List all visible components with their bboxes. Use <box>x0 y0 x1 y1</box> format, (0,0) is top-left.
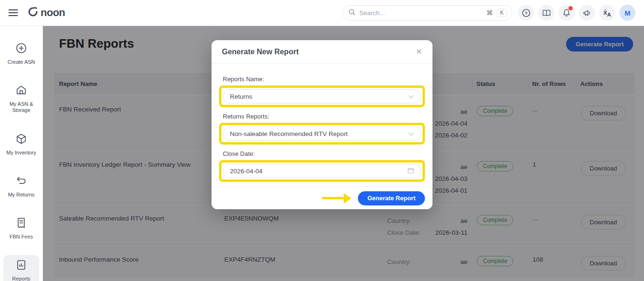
topbar: noon ⌘ K ? <box>0 0 644 26</box>
sidebar-item-my-returns[interactable]: My Returns <box>3 171 39 202</box>
announcements-button[interactable] <box>579 5 595 21</box>
chevron-down-icon <box>408 93 414 100</box>
sidebar: Create ASN My ASN & Storage My Inventory… <box>0 26 43 281</box>
close-icon[interactable]: ✕ <box>416 47 422 56</box>
returns-reports-select[interactable]: Non-saleable Recommended RTV Report <box>223 127 421 141</box>
field-close-date: Close Date: 2026-04-04 <box>223 150 421 182</box>
field-reports-name: Reports Name: Returns <box>223 76 421 107</box>
global-search[interactable]: ⌘ K <box>342 5 512 21</box>
annotation-highlight-box: 2026-04-04 <box>219 160 425 182</box>
noon-logo: noon <box>27 6 65 19</box>
annotation-arrow-icon <box>322 193 351 204</box>
sidebar-item-reports[interactable]: Reports <box>3 255 39 281</box>
noon-logo-icon <box>27 6 39 19</box>
k-key-badge: K <box>497 9 507 17</box>
field-label: Close Date: <box>223 150 421 157</box>
close-date-input[interactable]: 2026-04-04 <box>223 164 421 178</box>
cmd-key-icon: ⌘ <box>486 9 493 17</box>
notifications-button[interactable] <box>559 5 575 21</box>
selected-value: Non-saleable Recommended RTV Report <box>230 130 348 137</box>
date-value: 2026-04-04 <box>230 168 263 175</box>
sidebar-item-my-asn-storage[interactable]: My ASN & Storage <box>3 80 39 117</box>
sidebar-label: Create ASN <box>8 59 35 65</box>
translate-button[interactable]: ẋA <box>599 5 615 21</box>
report-chart-icon <box>15 259 27 273</box>
sidebar-item-fbn-fees[interactable]: FBN Fees <box>3 213 39 244</box>
field-label: Returns Reports: <box>223 113 421 120</box>
modal-title: Generate New Report <box>222 48 299 56</box>
selected-value: Returns <box>230 93 252 100</box>
translate-icon: ẋA <box>603 9 611 17</box>
announcements-megaphone-icon <box>583 9 592 17</box>
sidebar-label: Reports <box>12 276 31 281</box>
search-icon <box>348 9 356 17</box>
search-input[interactable] <box>359 9 483 17</box>
menu-hamburger-icon[interactable] <box>8 9 18 16</box>
field-returns-reports: Returns Reports: Non-saleable Recommende… <box>223 113 421 145</box>
receipt-icon <box>15 217 27 231</box>
notification-dot <box>568 6 573 10</box>
chevron-down-icon <box>408 130 414 137</box>
sidebar-label: My Returns <box>8 192 34 198</box>
sidebar-label: My Inventory <box>7 150 36 156</box>
modal-generate-report-button[interactable]: Generate Report <box>358 191 425 205</box>
help-icon: ? <box>522 9 531 17</box>
user-avatar[interactable]: M <box>619 5 636 21</box>
reports-name-select[interactable]: Returns <box>223 89 421 103</box>
return-arrow-icon <box>15 175 27 189</box>
sidebar-label: My ASN & Storage <box>4 101 38 113</box>
help-button[interactable]: ? <box>518 5 534 21</box>
home-icon <box>15 84 27 98</box>
main-content: FBN Reports Generate Report Report Name … <box>43 26 644 281</box>
guide-book-icon <box>542 9 551 17</box>
sidebar-label: FBN Fees <box>9 234 33 240</box>
calendar-icon <box>407 167 414 175</box>
annotation-highlight-box: Returns <box>219 85 425 107</box>
sidebar-item-create-asn[interactable]: Create ASN <box>3 38 39 69</box>
field-label: Reports Name: <box>223 76 421 83</box>
guide-button[interactable] <box>538 5 554 21</box>
generate-new-report-modal: Generate New Report ✕ Reports Name: Retu… <box>212 40 432 209</box>
plus-circle-icon <box>15 42 27 56</box>
logo-text: noon <box>41 7 65 19</box>
sidebar-divider <box>7 275 36 275</box>
svg-text:?: ? <box>525 10 527 15</box>
cube-icon <box>15 133 27 147</box>
sidebar-item-my-inventory[interactable]: My Inventory <box>3 129 39 160</box>
annotation-highlight-box: Non-saleable Recommended RTV Report <box>219 123 425 145</box>
